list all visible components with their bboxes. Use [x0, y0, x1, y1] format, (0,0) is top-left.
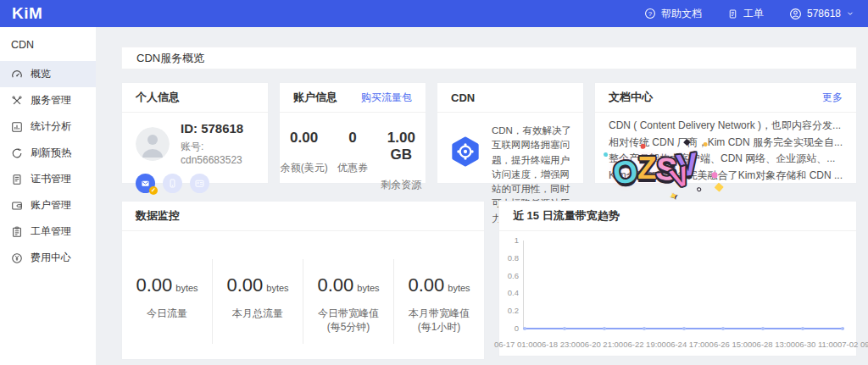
y-tick: 1	[515, 237, 520, 244]
stat-label: 本月总流量	[213, 307, 303, 321]
x-tick: 06-18 23:00	[537, 340, 581, 349]
main-content: CDN服务概览 个人信息 ID: 578618 账号: cdn56683523	[96, 27, 868, 365]
user-id: 578618	[807, 8, 841, 19]
sidebar-section-title: CDN	[0, 27, 96, 61]
x-tick: 06-24 17:00	[666, 340, 709, 349]
verified-badge: ✓	[149, 186, 158, 195]
user-menu[interactable]: 578618	[789, 8, 854, 20]
buy-traffic-link[interactable]: 购买流量包	[361, 91, 412, 105]
docs-center-card: 文档中心 更多 CDN ( Content Delivery Network )…	[594, 82, 857, 184]
email-verified-icon[interactable]: ✓	[136, 174, 155, 193]
stat-label: 剩余资源	[377, 178, 426, 192]
phone-icon[interactable]	[163, 174, 182, 193]
ticket-icon	[727, 8, 738, 19]
sidebar-item-workorder-mgmt[interactable]: 工单管理	[0, 218, 96, 245]
tools-icon	[11, 95, 23, 107]
app-logo: KiM	[12, 0, 42, 27]
sidebar: CDN 概览 服务管理 统计分析 刷新预热 证书管理 账户管理 工单管理 费用中…	[0, 27, 96, 365]
currency-icon	[11, 252, 23, 264]
bandwidth-chart: 1 0.8 0.6 0.4 0.2 0 06-17 01:00 06-18 23…	[499, 232, 856, 356]
stat-label: 本月带宽峰值	[394, 307, 484, 321]
doc-link-item[interactable]: 整个产品架构由客户端、CDN 网络、企业源站、...	[609, 151, 843, 168]
certificate-icon	[11, 174, 23, 185]
sidebar-item-billing-center[interactable]: 费用中心	[0, 245, 96, 271]
sidebar-item-label: 费用中心	[31, 251, 71, 265]
sidebar-item-label: 证书管理	[31, 172, 71, 186]
y-tick: 0.4	[508, 290, 520, 296]
x-tick: 06-22 19:00	[623, 340, 666, 349]
sidebar-item-service-mgmt[interactable]: 服务管理	[0, 87, 96, 113]
sidebar-item-label: 服务管理	[31, 93, 71, 108]
chevron-down-icon	[846, 9, 854, 18]
x-tick: 07-02 09:00	[837, 340, 868, 349]
y-tick: 0.6	[508, 273, 520, 279]
sidebar-item-overview[interactable]: 概览	[0, 61, 96, 87]
avatar	[136, 127, 170, 161]
page-title: CDN服务概览	[121, 47, 857, 69]
cards-row-1: 个人信息 ID: 578618 账号: cdn56683523 ✓	[121, 82, 857, 184]
stat-value: 0.00	[136, 274, 172, 296]
sidebar-item-label: 刷新预热	[31, 146, 71, 160]
y-tick: 0.2	[508, 307, 520, 314]
sidebar-item-label: 账户管理	[31, 198, 71, 213]
idcard-icon[interactable]	[190, 174, 209, 193]
user-account-text: 账号: cdn56683523	[181, 140, 254, 166]
chart-plot-area	[523, 241, 844, 329]
user-icon	[789, 8, 802, 20]
stat-unit: bytes	[357, 283, 379, 293]
help-docs-link[interactable]: ? 帮助文档	[644, 7, 702, 21]
stat-value: 0.00	[280, 130, 328, 147]
wallet-icon	[11, 200, 23, 212]
doc-link-item[interactable]: CDN ( Content Delivery Network )，也即内容分发.…	[609, 118, 843, 135]
cdn-product-card: CDN CDN，有效解决了互联网网络拥塞问题，提升终端用户访问速度，增强网站的可…	[437, 82, 584, 184]
card-title: 数据监控	[136, 208, 180, 224]
balance-stat: 0.00 余额(美元)	[280, 130, 328, 192]
help-icon: ?	[644, 8, 656, 19]
card-title: CDN	[451, 91, 475, 104]
stat-sublabel: (每1小时)	[394, 321, 484, 335]
today-bandwidth-peak-stat: 0.00bytes 今日带宽峰值 (每5分钟)	[303, 259, 394, 344]
x-tick: 06-30 11:00	[795, 340, 837, 349]
clipboard-icon	[11, 226, 23, 238]
chart-x-axis: 06-17 01:00 06-18 23:00 06-20 21:00 06-2…	[494, 340, 866, 349]
bandwidth-trend-card: 近 15 日流量带宽趋势 1 0.8 0.6 0.4 0.2 0 06-17 0…	[498, 201, 857, 357]
stat-value: 1.00 GB	[377, 130, 426, 163]
chart-title: 近 15 日流量带宽趋势	[513, 208, 620, 224]
stat-label: 优惠券	[328, 161, 376, 175]
stat-sublabel: (每5分钟)	[303, 321, 393, 335]
sidebar-item-account-mgmt[interactable]: 账户管理	[0, 192, 96, 218]
more-docs-link[interactable]: 更多	[822, 91, 843, 105]
stat-value: 0.00	[408, 274, 444, 296]
month-bandwidth-peak-stat: 0.00bytes 本月带宽峰值 (每1小时)	[394, 259, 484, 344]
sidebar-item-label: 工单管理	[31, 224, 71, 239]
y-tick: 0.8	[508, 255, 520, 262]
coupon-stat: 0 优惠券	[328, 130, 376, 192]
bar-chart-icon	[11, 121, 23, 133]
doc-link-item[interactable]: 相对传统 CDN 厂商，Kim CDN 服务完全实现全自...	[609, 135, 843, 152]
topbar: KiM ? 帮助文档 工单 578618	[0, 0, 868, 27]
month-traffic-stat: 0.00bytes 本月总流量	[213, 259, 303, 344]
card-title: 个人信息	[136, 90, 180, 105]
sidebar-item-cert-mgmt[interactable]: 证书管理	[0, 166, 96, 192]
user-id-text: ID: 578618	[181, 121, 254, 135]
card-title: 文档中心	[609, 90, 653, 105]
stat-value: 0.00	[317, 274, 353, 296]
gauge-icon	[11, 69, 23, 80]
ticket-link[interactable]: 工单	[727, 7, 764, 21]
chart-zero-line	[523, 328, 844, 329]
svg-text:?: ?	[648, 10, 653, 18]
remaining-resource-stat: 1.00 GB 剩余资源	[377, 130, 426, 192]
sidebar-item-stats[interactable]: 统计分析	[0, 113, 96, 140]
stat-label: 今日带宽峰值	[303, 307, 393, 321]
x-tick: 06-17 01:00	[494, 340, 537, 349]
topbar-right: ? 帮助文档 工单 578618	[644, 7, 854, 21]
today-traffic-stat: 0.00bytes 今日流量	[122, 259, 213, 344]
chart-y-axis: 1 0.8 0.6 0.4 0.2 0	[499, 241, 520, 329]
ticket-label: 工单	[743, 7, 764, 21]
stat-label: 余额(美元)	[280, 161, 328, 175]
data-monitor-card: 数据监控 0.00bytes 今日流量 0.00bytes 本月总流量 0.00…	[121, 201, 485, 360]
help-label: 帮助文档	[661, 7, 702, 21]
sidebar-item-refresh[interactable]: 刷新预热	[0, 140, 96, 166]
x-tick: 06-28 13:00	[752, 340, 795, 349]
doc-link-item[interactable]: Kim全网加速服务完美融合了Kim对象存储和 CDN ...	[609, 168, 843, 185]
